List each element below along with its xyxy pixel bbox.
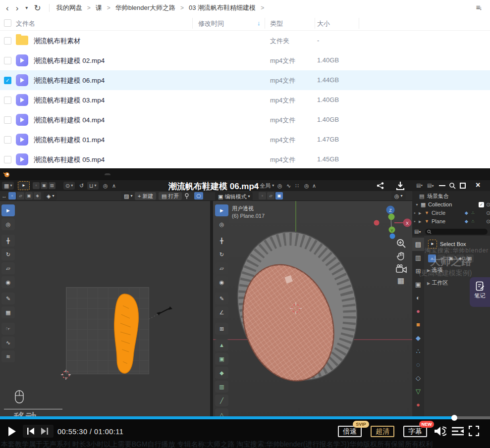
outliner-display-dropdown[interactable]: ▤▾	[427, 182, 434, 190]
properties-tab[interactable]: ◌	[412, 358, 424, 371]
properties-tab[interactable]: ▣	[412, 278, 424, 291]
properties-tab[interactable]: ◆	[412, 331, 424, 345]
quality-button[interactable]: 超清	[371, 426, 394, 437]
row-checkbox[interactable]: ✓	[4, 136, 11, 144]
row-checkbox[interactable]: ✓	[4, 37, 11, 45]
column-size[interactable]: 大小	[317, 19, 330, 28]
select-all-checkbox[interactable]	[4, 19, 11, 27]
image-new-button[interactable]: +新建	[135, 192, 156, 200]
tool-button[interactable]: ╋	[1, 235, 15, 247]
note-button[interactable]: 笔记	[470, 277, 490, 307]
camera-view-icon[interactable]	[396, 264, 407, 273]
tool-button[interactable]: ▥	[215, 381, 228, 393]
workspace-tab[interactable]	[130, 173, 136, 175]
playlist-icon[interactable]	[452, 427, 464, 436]
table-row[interactable]: ✓ 潮流帆布鞋建模 04.mp4 mp4文件 1.40GB	[0, 110, 490, 130]
visibility-eye-icon[interactable]: ⊙	[486, 209, 490, 217]
properties-editor-dropdown[interactable]: ▤▾	[414, 229, 421, 234]
workspace-expander[interactable]: ▶ 工作区	[427, 279, 448, 287]
breadcrumb-item[interactable]: 课 >	[95, 3, 114, 12]
breadcrumb-item[interactable]: 我的网盘 >	[55, 3, 95, 12]
options-expander[interactable]: ▶ 选项	[427, 266, 442, 274]
column-time[interactable]: 修改时间	[198, 19, 224, 28]
curve-icon[interactable]: ∧	[312, 182, 316, 190]
tool-button[interactable]: ╋	[215, 235, 228, 247]
orientation-dropdown[interactable]: ⊕全局▾	[254, 182, 274, 190]
file-name[interactable]: 潮流帆布鞋建模 04.mp4	[34, 116, 105, 125]
row-checkbox[interactable]: ✓	[4, 57, 11, 64]
collection-row[interactable]: ▼ ▦ Collection ✓ ⊙	[412, 200, 490, 209]
table-row[interactable]: ✓ 潮流帆布鞋建模 06.mp4 mp4文件 1.44GB	[0, 70, 490, 90]
object-name[interactable]: Circle	[432, 209, 445, 217]
tool-button[interactable]: ▣	[215, 353, 228, 365]
tool-button[interactable]: ►	[1, 204, 15, 216]
properties-search-input[interactable]	[425, 229, 488, 235]
workspace-tab[interactable]	[79, 173, 85, 175]
uv-sticky-dropdown[interactable]: ◈▾	[44, 192, 57, 200]
uv-select-face[interactable]: ▣	[25, 192, 33, 199]
file-name[interactable]: 潮流帆布鞋建模 01.mp4	[34, 136, 105, 145]
select-mode-invert[interactable]: ◈	[456, 254, 464, 262]
tool-button[interactable]: ≋	[1, 350, 15, 362]
snap-dropdown[interactable]: ⊔▾	[87, 182, 99, 190]
tool-button[interactable]: ✎	[215, 293, 228, 304]
scene-collection-row[interactable]: ▤ 场景集合	[412, 192, 490, 200]
select-mode-extend[interactable]: ▱	[437, 254, 445, 262]
uv-proportional-icon[interactable]: ◯	[194, 192, 203, 199]
workspace-tab[interactable]	[105, 173, 110, 175]
uv-editor[interactable]: ►◎╋↻▱◉✎▦☞∿≋	[0, 201, 210, 419]
table-row[interactable]: ✓ 潮流帆布鞋素材 文件夹 -	[0, 31, 490, 50]
search-icon[interactable]	[449, 182, 456, 189]
breadcrumb-item[interactable]: 03 潮流帆布鞋精细建模 >	[188, 3, 268, 12]
file-name[interactable]: 潮流帆布鞋建模 05.mp4	[34, 155, 105, 164]
tool-button[interactable]: ⊞	[215, 323, 228, 335]
properties-tab[interactable]: ▥	[412, 251, 424, 264]
column-type[interactable]: 类型	[270, 19, 283, 28]
tool-button[interactable]: ╱	[215, 395, 228, 406]
mode-toggle-icon[interactable]: ▣	[41, 182, 48, 189]
table-row[interactable]: ✓ 潮流帆布鞋建模 05.mp4 mp4文件 1.45GB	[0, 149, 490, 168]
overlays-dropdown[interactable]: ◎▾	[391, 192, 406, 200]
history-dropdown-icon[interactable]: ▾	[25, 5, 28, 10]
properties-tab[interactable]: ▽	[412, 385, 424, 398]
file-name[interactable]: 潮流帆布鞋素材	[34, 37, 81, 46]
fullscreen-icon[interactable]	[469, 426, 479, 436]
expand-icon[interactable]: ▼	[415, 200, 419, 209]
play-icon[interactable]	[8, 426, 16, 437]
tool-button[interactable]: ►	[215, 204, 228, 216]
properties-tab[interactable]: ∴	[412, 345, 424, 358]
tool-button[interactable]: ▱	[1, 262, 15, 274]
snap-target-icon[interactable]: ◎	[277, 182, 282, 190]
table-row[interactable]: ✓ 潮流帆布鞋建模 02.mp4 mp4文件 1.40GB	[0, 50, 490, 70]
uv-select-vertex[interactable]: ▫	[8, 192, 16, 199]
image-browse-dropdown[interactable]: ▨▾	[121, 192, 135, 200]
object-row[interactable]: • ▶ ▼ Circle ◆ ∴ ⊙	[412, 209, 490, 217]
progress-handle[interactable]	[451, 415, 457, 421]
blender-logo-icon[interactable]	[3, 171, 10, 178]
visibility-eye-icon[interactable]: ⊙	[486, 200, 490, 209]
proportional-edit-icon[interactable]: ◎	[103, 182, 108, 190]
close-icon[interactable]: ×	[476, 181, 480, 190]
progress-bar[interactable]	[0, 416, 490, 419]
workspace-tab[interactable]	[66, 173, 72, 175]
falloff-curve-icon[interactable]: ∧	[112, 182, 116, 190]
options-dots-icon[interactable]: ∷	[295, 182, 299, 190]
properties-tab[interactable]: ■	[412, 318, 424, 331]
falloff-dropdown[interactable]: ⊙▾	[63, 182, 75, 190]
select-mode-new[interactable]: ▫	[428, 254, 436, 262]
tool-button[interactable]: ↻	[215, 249, 228, 260]
image-open-button[interactable]: ▤打开	[159, 192, 182, 200]
mode-toggle-icon[interactable]: ▨	[49, 182, 55, 189]
select-box-tool-icon[interactable]: ►	[428, 240, 437, 249]
minimize-icon[interactable]	[439, 185, 445, 186]
maximize-icon[interactable]	[460, 183, 466, 189]
column-name[interactable]: 文件名	[16, 19, 35, 28]
tool-button[interactable]: ↻	[1, 249, 15, 260]
select-mode-subtract[interactable]: ▣	[447, 254, 455, 262]
properties-tab[interactable]: ◇	[412, 371, 424, 385]
row-checkbox[interactable]: ✓	[4, 156, 11, 163]
workspace-tab[interactable]	[117, 173, 123, 175]
navigation-gizmo[interactable]: Z X Y	[370, 204, 413, 240]
rotate-icon[interactable]: ↺	[79, 182, 84, 190]
forward-icon[interactable]: ›	[16, 4, 19, 12]
